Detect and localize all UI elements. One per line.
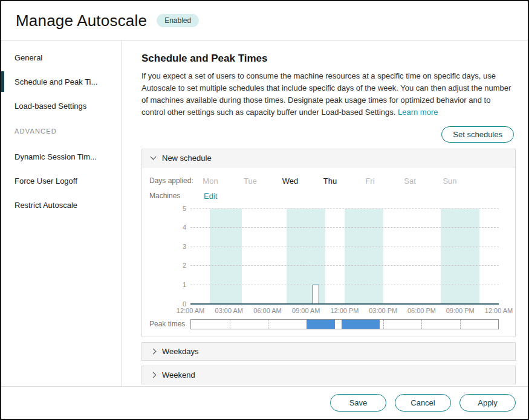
day-tue: Tue (230, 176, 270, 186)
learn-more-link[interactable]: Learn more (398, 108, 438, 117)
schedule-toolbar: Set schedules (141, 126, 514, 143)
chevron-down-icon (151, 154, 157, 160)
chart-highlight-band (210, 208, 242, 304)
set-schedules-button[interactable]: Set schedules (441, 126, 514, 143)
machines-chart: 012345 12:00 AM03:00 AM06:00 AM09:00 AM1… (149, 208, 508, 317)
x-tick-label: 06:00 AM (253, 307, 281, 314)
sidebar-item-restrict-autoscale[interactable]: Restrict Autoscale (1, 193, 122, 217)
save-button[interactable]: Save (330, 394, 386, 412)
accordion-title: Weekend (162, 370, 195, 380)
peak-times-tick (460, 320, 461, 329)
peak-times-label: Peak times (149, 320, 190, 328)
sidebar-item-load-based-settings[interactable]: Load-based Settings (1, 94, 122, 118)
y-tick-label: 4 (183, 224, 186, 231)
sidebar-item-force-user-logoff[interactable]: Force User Logoff (1, 169, 122, 193)
machines-row: Machines Edit (149, 189, 508, 204)
x-tick-label: 09:00 AM (292, 307, 320, 314)
weekend-accordion: Weekend (141, 366, 516, 384)
x-tick-label: 03:00 PM (369, 307, 397, 314)
footer: Save Cancel Apply (1, 386, 528, 419)
y-tick-label: 3 (183, 243, 186, 250)
chart-highlight-band (441, 208, 479, 304)
x-tick-label: 12:00 AM (177, 307, 204, 314)
days-applied-row: Days applied: Mon Tue Wed Thu Fri Sat Su… (149, 173, 508, 189)
peak-times-row: Peak times (149, 319, 508, 329)
sidebar-item-dynamic-session-timeout[interactable]: Dynamic Session Tim... (1, 144, 122, 169)
sidebar-item-general[interactable]: General (1, 45, 122, 69)
new-schedule-accordion: New schedule Days applied: Mon Tue Wed T… (141, 149, 516, 337)
x-tick-label: 12:00 AM (485, 307, 513, 314)
days-applied: Mon Tue Wed Thu Fri Sat Sun (190, 176, 470, 186)
peak-times-tick (230, 320, 230, 329)
cancel-button[interactable]: Cancel (395, 394, 451, 412)
chart-highlight-band (287, 208, 325, 304)
main-content: Schedule and Peak Times If you expect a … (122, 40, 528, 386)
window-body: General Schedule and Peak Ti... Load-bas… (1, 40, 528, 386)
day-fri: Fri (350, 176, 390, 186)
x-tick-label: 09:00 PM (446, 307, 475, 314)
manage-autoscale-window: Manage Autoscale Enabled General Schedul… (0, 0, 529, 420)
y-tick-label: 1 (183, 281, 186, 288)
chevron-right-icon (151, 348, 157, 354)
day-sun: Sun (430, 176, 470, 186)
machines-chart-plot: 012345 (190, 208, 499, 304)
peak-times-bar[interactable] (190, 319, 499, 329)
machines-step (313, 285, 319, 304)
weekdays-accordion: Weekdays (141, 342, 516, 361)
chart-gridline (190, 227, 499, 228)
edit-machines-link[interactable]: Edit (204, 192, 217, 201)
day-wed: Wed (270, 176, 310, 186)
x-tick-label: 12:00 PM (330, 307, 359, 314)
accordion-title: Weekdays (162, 347, 198, 356)
new-schedule-accordion-header[interactable]: New schedule (142, 149, 515, 167)
peak-times-segment (342, 320, 380, 329)
description-text: If you expect a set of users to consume … (141, 71, 511, 117)
chart-gridline (190, 247, 499, 247)
window-header: Manage Autoscale Enabled (1, 1, 528, 40)
sidebar-section-advanced: ADVANCED (1, 118, 122, 144)
chart-gridline (190, 285, 499, 285)
y-tick-label: 5 (183, 205, 186, 212)
peak-times-tick (421, 320, 422, 329)
chart-gridline (190, 208, 499, 209)
weekdays-accordion-header[interactable]: Weekdays (142, 343, 515, 360)
status-badge: Enabled (157, 14, 199, 27)
section-heading: Schedule and Peak Times (141, 53, 516, 65)
day-sat: Sat (390, 176, 430, 186)
y-tick-label: 2 (183, 262, 186, 269)
sidebar-item-schedule-and-peak-times[interactable]: Schedule and Peak Ti... (1, 69, 122, 94)
sidebar: General Schedule and Peak Ti... Load-bas… (1, 40, 122, 386)
new-schedule-accordion-body: Days applied: Mon Tue Wed Thu Fri Sat Su… (142, 167, 515, 337)
day-thu: Thu (310, 176, 350, 186)
day-mon: Mon (190, 176, 230, 186)
x-tick-label: 06:00 PM (407, 307, 436, 314)
chart-gridline (190, 265, 499, 266)
apply-button[interactable]: Apply (459, 394, 516, 412)
description: If you expect a set of users to consume … (141, 70, 516, 119)
chart-highlight-band (345, 208, 383, 304)
x-tick-label: 03:00 AM (215, 307, 243, 314)
peak-times-tick (268, 320, 268, 329)
days-applied-label: Days applied: (149, 176, 190, 185)
page-title: Manage Autoscale (16, 11, 147, 30)
peak-times-segment (307, 320, 336, 329)
chevron-right-icon (151, 372, 157, 378)
x-axis-labels: 12:00 AM03:00 AM06:00 AM09:00 AM12:00 PM… (190, 304, 499, 317)
machines-label: Machines (149, 192, 190, 200)
accordion-title: New schedule (162, 153, 212, 163)
peak-times-tick (383, 320, 384, 329)
weekend-accordion-header[interactable]: Weekend (142, 366, 515, 384)
